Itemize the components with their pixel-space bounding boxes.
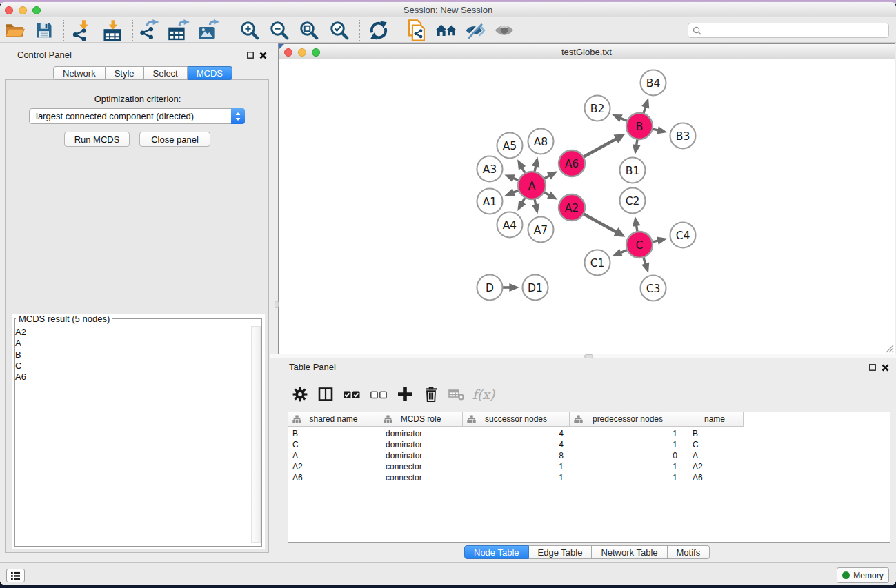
edge-A6-B[interactable] [582, 134, 626, 157]
memory-button[interactable]: Memory [837, 567, 889, 583]
graph-node-A1[interactable]: A1 [477, 189, 503, 214]
run-mcds-button[interactable]: Run MCDS [64, 132, 130, 147]
delete-table-button[interactable] [445, 383, 470, 405]
edge-A2-C[interactable] [582, 213, 626, 236]
clone-network-button[interactable] [404, 19, 430, 41]
graph-node-B3[interactable]: B3 [670, 123, 696, 149]
open-file-button[interactable] [1, 19, 28, 41]
tab-motifs[interactable]: Motifs [668, 545, 710, 559]
graph-node-C[interactable]: C [626, 232, 653, 258]
result-scrollbar[interactable] [251, 326, 261, 543]
graph-node-B[interactable]: B [626, 113, 653, 139]
table-row[interactable]: Bdominator41B [288, 428, 744, 439]
search-field[interactable] [688, 23, 889, 38]
graph-node-B2[interactable]: B2 [585, 96, 610, 121]
splitter-handle-vertical[interactable] [275, 301, 279, 308]
network-window-titlebar[interactable]: testGlobe.txt [279, 44, 895, 59]
export-table-button[interactable] [166, 19, 192, 41]
edge-A-A8[interactable] [532, 157, 539, 174]
graph-node-A7[interactable]: A7 [528, 217, 554, 243]
graph-node-A[interactable]: A [518, 172, 546, 199]
graph-node-D[interactable]: D [477, 275, 503, 301]
graph-node-B4[interactable]: B4 [641, 70, 666, 96]
result-item[interactable]: A6 [15, 372, 250, 383]
refresh-button[interactable] [366, 19, 392, 41]
first-neighbors-button[interactable] [433, 19, 459, 41]
export-image-button[interactable] [195, 19, 221, 41]
hide-selected-button[interactable] [462, 19, 488, 41]
table-row[interactable]: Adominator80A [288, 450, 744, 461]
graph-node-C4[interactable]: C4 [670, 223, 696, 248]
edge-B-B2[interactable] [612, 114, 628, 122]
zoom-in-button[interactable] [237, 19, 263, 41]
table-row[interactable]: A2connector11A2 [288, 461, 744, 472]
graph-node-A3[interactable]: A3 [477, 156, 503, 182]
edge-C-C3[interactable] [641, 256, 649, 273]
graph-node-B1[interactable]: B1 [620, 158, 646, 183]
zoom-selected-button[interactable] [326, 19, 352, 41]
column-header-name[interactable]: name [686, 412, 744, 427]
graph-node-A8[interactable]: A8 [528, 129, 554, 154]
edge-C-C2[interactable] [633, 216, 641, 233]
tab-network-table[interactable]: Network Table [592, 545, 667, 559]
graph-node-A4[interactable]: A4 [497, 212, 523, 238]
edge-A-A4[interactable] [517, 196, 526, 211]
task-history-button[interactable] [6, 569, 25, 582]
edge-C-C4[interactable] [651, 236, 668, 244]
select-all-columns-button[interactable] [339, 383, 364, 405]
edge-A-A2[interactable] [543, 192, 558, 200]
function-builder-button[interactable]: f(x) [471, 383, 496, 405]
split-divider[interactable] [270, 354, 896, 358]
result-item[interactable]: C [15, 361, 250, 372]
column-header-shared-name[interactable]: shared name [288, 412, 379, 427]
unselect-all-columns-button[interactable] [366, 383, 391, 405]
tab-node-table[interactable]: Node Table [464, 545, 529, 559]
result-item[interactable]: A [15, 338, 250, 349]
table-panel-close-button[interactable] [880, 363, 890, 372]
delete-column-button[interactable] [419, 383, 444, 405]
edge-A-A5[interactable] [517, 159, 526, 174]
graph-node-C3[interactable]: C3 [641, 276, 666, 301]
table-row[interactable]: A6connector11A6 [288, 472, 744, 483]
zoom-out-button[interactable] [266, 19, 292, 41]
column-header-predecessor-nodes[interactable]: predecessor nodes [570, 412, 686, 427]
table-settings-button[interactable] [288, 383, 312, 405]
edge-B-B3[interactable] [651, 126, 668, 134]
network-graph[interactable]: AA6A2BCA1A3A5A8A4A7B1B2B3B4C1C2C3C4DD1 [279, 59, 895, 353]
show-all-button[interactable] [491, 19, 517, 41]
tab-select[interactable]: Select [144, 66, 188, 80]
tab-style[interactable]: Style [106, 66, 144, 80]
result-item[interactable]: A2 [15, 327, 250, 338]
edge-A-A6[interactable] [543, 171, 558, 179]
create-column-button[interactable] [392, 383, 417, 405]
edge-D-D1[interactable] [501, 283, 520, 292]
graph-node-A2[interactable]: A2 [559, 194, 585, 221]
export-network-button[interactable] [137, 19, 163, 41]
search-input[interactable] [704, 26, 888, 35]
edge-B-B1[interactable] [633, 138, 641, 154]
tab-mcds[interactable]: MCDS [188, 66, 232, 80]
column-header-successor-nodes[interactable]: successor nodes [463, 412, 570, 427]
import-table-button[interactable] [100, 19, 126, 41]
import-network-button[interactable] [69, 19, 95, 41]
splitter-handle-horizontal[interactable] [584, 354, 593, 358]
table-row[interactable]: Cdominator41C [288, 439, 744, 450]
edge-C-C1[interactable] [612, 249, 628, 256]
save-session-button[interactable] [31, 19, 57, 41]
table-panel-float-button[interactable] [868, 363, 877, 372]
graph-node-C2[interactable]: C2 [620, 188, 646, 214]
fit-content-button[interactable] [296, 19, 322, 41]
tab-network[interactable]: Network [53, 66, 106, 80]
edge-A-A7[interactable] [532, 198, 539, 214]
column-header-mcds-role[interactable]: MCDS role [379, 412, 463, 427]
criterion-dropdown[interactable]: largest connected component (directed) [29, 108, 245, 124]
graph-node-A6[interactable]: A6 [559, 150, 585, 176]
show-column-button[interactable] [313, 383, 338, 405]
graph-node-C1[interactable]: C1 [585, 250, 610, 276]
graph-node-A5[interactable]: A5 [497, 133, 523, 159]
result-item[interactable]: B [15, 349, 250, 361]
edge-B-B4[interactable] [641, 98, 649, 115]
control-panel-float-button[interactable] [246, 50, 255, 60]
graph-node-D1[interactable]: D1 [523, 275, 548, 301]
close-panel-button[interactable]: Close panel [139, 132, 210, 147]
